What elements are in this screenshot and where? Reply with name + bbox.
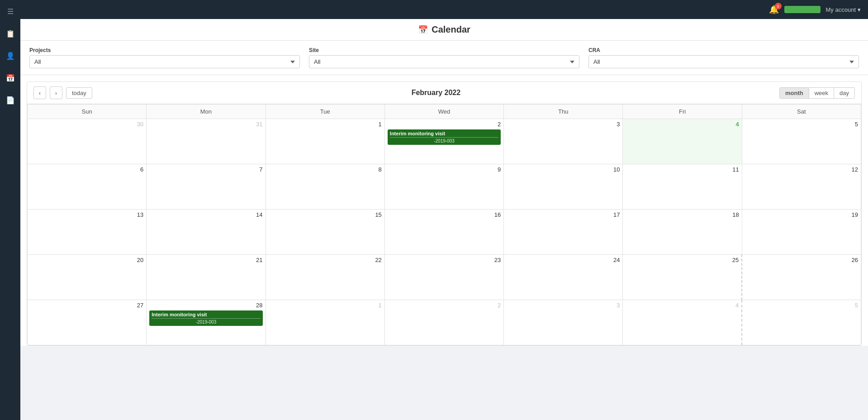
day-number: 16	[388, 211, 501, 218]
calendar-week-row: 13141516171819	[28, 210, 861, 255]
day-number: 24	[507, 257, 620, 263]
calendar-cell[interactable]: 7	[147, 164, 266, 210]
calendar-cell[interactable]: 23	[384, 255, 503, 300]
day-number: 1	[269, 121, 382, 128]
projects-label: Projects	[29, 47, 300, 53]
calendar-page: 📅 Calendar Projects All Site All	[20, 19, 868, 346]
calendar-grid: Sun Mon Tue Wed Thu Fri Sat 303112Interi…	[27, 104, 861, 345]
today-button[interactable]: today	[66, 87, 92, 99]
calendar-sidebar-icon[interactable]: 📅	[3, 71, 18, 85]
calendar-header-icon: 📅	[418, 25, 428, 35]
calendar-cell[interactable]: 5	[742, 119, 861, 164]
week-view-button[interactable]: week	[809, 87, 834, 99]
calendar-event[interactable]: Interim monitoring visit-2019-003	[388, 129, 501, 145]
day-number: 12	[745, 166, 858, 173]
calendar-week-row: 20212223242526	[28, 255, 861, 300]
progress-bar	[784, 6, 821, 13]
projects-select[interactable]: All	[29, 55, 300, 68]
header-fri: Fri	[623, 105, 742, 119]
notification-bell[interactable]: 🔔 0	[769, 5, 779, 14]
calendar-title: February 2022	[96, 89, 776, 97]
day-number: 5	[745, 302, 858, 309]
clipboard-icon[interactable]: 📋	[3, 27, 18, 41]
cra-select[interactable]: All	[588, 55, 859, 68]
day-number: 25	[626, 257, 739, 263]
calendar-cell[interactable]: 14	[147, 210, 266, 255]
calendar-cell[interactable]: 10	[504, 164, 623, 210]
header-sat: Sat	[742, 105, 861, 119]
day-number: 10	[507, 166, 620, 173]
calendar-cell[interactable]: 3	[504, 300, 623, 345]
day-number: 6	[30, 166, 143, 173]
main-content: 🔔 0 My account ▾ 📅 Calendar Projects All	[20, 0, 868, 420]
calendar-week-row: 6789101112	[28, 164, 861, 210]
calendar-cell[interactable]: 2Interim monitoring visit-2019-003	[384, 119, 503, 164]
calendar-cell[interactable]: 20	[28, 255, 147, 300]
day-number: 14	[149, 211, 262, 218]
calendar-cell[interactable]: 13	[28, 210, 147, 255]
day-number: 31	[149, 121, 262, 128]
calendar-cell[interactable]: 22	[266, 255, 384, 300]
prev-month-button[interactable]: ‹	[33, 86, 46, 99]
calendar-cell[interactable]: 4	[623, 300, 742, 345]
calendar-cell[interactable]: 8	[266, 164, 384, 210]
calendar-cell[interactable]: 2	[384, 300, 503, 345]
page-title: Calendar	[432, 24, 470, 35]
calendar-week-row: 2728Interim monitoring visit-2019-003123…	[28, 300, 861, 345]
view-buttons: month week day	[780, 87, 855, 99]
site-select[interactable]: All	[309, 55, 579, 68]
day-number: 26	[745, 257, 858, 263]
page-header: 📅 Calendar	[20, 19, 868, 41]
topbar: 🔔 0 My account ▾	[20, 0, 868, 19]
calendar-cell[interactable]: 17	[504, 210, 623, 255]
month-view-button[interactable]: month	[779, 87, 809, 99]
calendar-week-row: 303112Interim monitoring visit-2019-0033…	[28, 119, 861, 164]
calendar-cell[interactable]: 15	[266, 210, 384, 255]
event-divider	[390, 137, 498, 138]
site-label: Site	[309, 47, 579, 53]
calendar-cell[interactable]: 11	[623, 164, 742, 210]
calendar-cell[interactable]: 28Interim monitoring visit-2019-003	[147, 300, 266, 345]
day-number: 3	[507, 302, 620, 309]
calendar-cell[interactable]: 5	[742, 300, 861, 345]
calendar-cell[interactable]: 26	[742, 255, 861, 300]
projects-filter: Projects All	[29, 47, 300, 68]
event-subtitle: -2019-003	[390, 138, 498, 143]
calendar-cell[interactable]: 27	[28, 300, 147, 345]
header-wed: Wed	[384, 105, 503, 119]
calendar-toolbar: ‹ › today February 2022 month week day	[27, 82, 861, 104]
day-number: 21	[149, 257, 262, 263]
calendar-cell[interactable]: 18	[623, 210, 742, 255]
event-title: Interim monitoring visit	[390, 131, 498, 136]
list-icon[interactable]: 📄	[3, 93, 18, 107]
calendar-cell[interactable]: 1	[266, 119, 384, 164]
account-menu[interactable]: My account ▾	[826, 6, 861, 13]
calendar-cell[interactable]: 4	[623, 119, 742, 164]
day-number: 9	[388, 166, 501, 173]
user-icon[interactable]: 👤	[3, 49, 18, 63]
day-number: 28	[149, 302, 262, 309]
calendar-cell[interactable]: 12	[742, 164, 861, 210]
day-number: 7	[149, 166, 262, 173]
calendar-cell[interactable]: 30	[28, 119, 147, 164]
calendar-container: ‹ › today February 2022 month week day S…	[27, 81, 862, 346]
calendar-cell[interactable]: 1	[266, 300, 384, 345]
calendar-cell[interactable]: 6	[28, 164, 147, 210]
day-view-button[interactable]: day	[834, 87, 855, 99]
event-divider	[152, 318, 260, 319]
header-thu: Thu	[504, 105, 623, 119]
calendar-cell[interactable]: 16	[384, 210, 503, 255]
menu-icon[interactable]: ☰	[5, 5, 16, 19]
calendar-cell[interactable]: 9	[384, 164, 503, 210]
calendar-cell[interactable]: 19	[742, 210, 861, 255]
calendar-cell[interactable]: 21	[147, 255, 266, 300]
day-number: 4	[626, 121, 739, 128]
day-number: 30	[30, 121, 143, 128]
calendar-cell[interactable]: 31	[147, 119, 266, 164]
calendar-event[interactable]: Interim monitoring visit-2019-003	[149, 310, 262, 326]
calendar-cell[interactable]: 24	[504, 255, 623, 300]
calendar-cell[interactable]: 25	[623, 255, 742, 300]
next-month-button[interactable]: ›	[50, 86, 62, 99]
calendar-cell[interactable]: 3	[504, 119, 623, 164]
calendar-header-row: Sun Mon Tue Wed Thu Fri Sat	[28, 105, 861, 119]
